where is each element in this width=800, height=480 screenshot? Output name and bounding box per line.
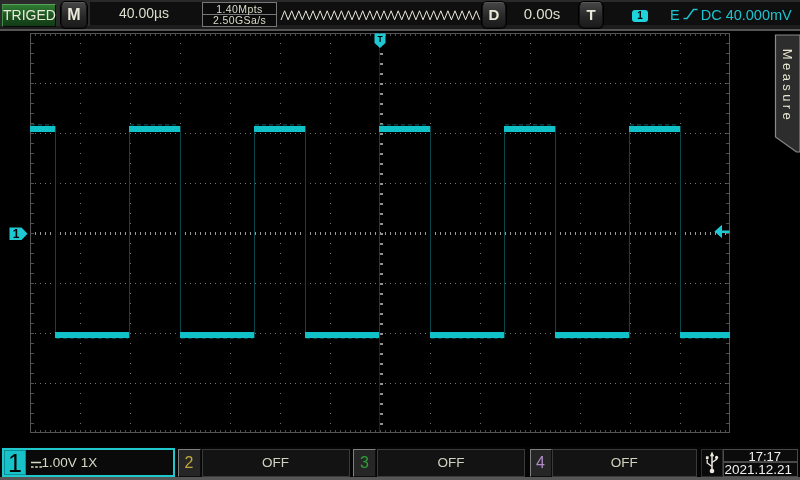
svg-text:1: 1 [13,227,20,241]
svg-text:T: T [377,34,383,44]
